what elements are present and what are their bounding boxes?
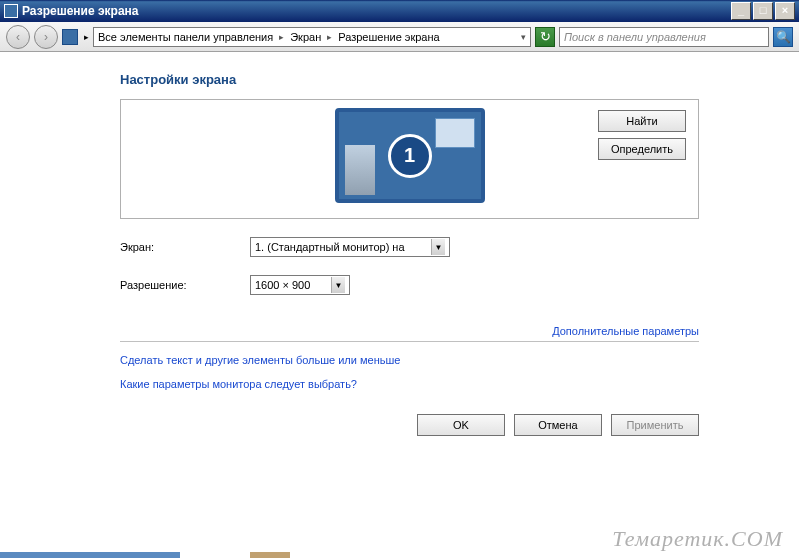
monitor-help-link[interactable]: Какие параметры монитора следует выбрать…: [120, 378, 699, 390]
display-dropdown[interactable]: 1. (Стандартный монитор) на ▼: [250, 237, 450, 257]
display-value: 1. (Стандартный монитор) на: [255, 241, 405, 253]
resolution-label: Разрешение:: [120, 279, 250, 291]
address-bar[interactable]: Все элементы панели управления ▸ Экран ▸…: [93, 27, 531, 47]
window-title: Разрешение экрана: [22, 4, 731, 18]
display-label: Экран:: [120, 241, 250, 253]
breadcrumb-dropdown-icon[interactable]: ▸: [84, 32, 89, 42]
page-heading: Настройки экрана: [120, 72, 699, 87]
toolbar: ‹ › ▸ Все элементы панели управления ▸ Э…: [0, 22, 799, 52]
maximize-button[interactable]: □: [753, 2, 773, 20]
app-icon: [4, 4, 18, 18]
ok-button[interactable]: OK: [417, 414, 505, 436]
monitor-thumbnail[interactable]: 1: [335, 108, 485, 203]
text-size-link[interactable]: Сделать текст и другие элементы больше и…: [120, 354, 699, 366]
forward-button[interactable]: ›: [34, 25, 58, 49]
breadcrumb-item[interactable]: Разрешение экрана: [338, 31, 439, 43]
breadcrumb-item[interactable]: Все элементы панели управления: [98, 31, 273, 43]
breadcrumb-item[interactable]: Экран: [290, 31, 321, 43]
back-button[interactable]: ‹: [6, 25, 30, 49]
cancel-button[interactable]: Отмена: [514, 414, 602, 436]
breadcrumb-sep-icon: ▸: [279, 32, 284, 42]
search-input[interactable]: Поиск в панели управления: [559, 27, 769, 47]
breadcrumb-sep-icon: ▸: [327, 32, 332, 42]
search-placeholder: Поиск в панели управления: [564, 31, 706, 43]
refresh-button[interactable]: ↻: [535, 27, 555, 47]
minimize-button[interactable]: _: [731, 2, 751, 20]
resolution-dropdown[interactable]: 1600 × 900 ▼: [250, 275, 350, 295]
titlebar: Разрешение экрана _ □ ×: [0, 0, 799, 22]
detect-button[interactable]: Найти: [598, 110, 686, 132]
divider: [120, 341, 699, 342]
search-button[interactable]: 🔍: [773, 27, 793, 47]
display-preview-box: 1 Найти Определить: [120, 99, 699, 219]
decoration: [250, 552, 290, 558]
path-icon: [62, 29, 78, 45]
window-controls: _ □ ×: [731, 2, 795, 20]
content-area: Настройки экрана 1 Найти Определить Экра…: [0, 52, 799, 446]
address-dropdown-icon[interactable]: ▾: [521, 32, 526, 42]
monitor-number-badge: 1: [388, 134, 432, 178]
resolution-value: 1600 × 900: [255, 279, 310, 291]
dialog-buttons: OK Отмена Применить: [120, 414, 699, 436]
decoration: [0, 552, 180, 558]
advanced-settings-link[interactable]: Дополнительные параметры: [120, 325, 699, 337]
identify-button[interactable]: Определить: [598, 138, 686, 160]
apply-button[interactable]: Применить: [611, 414, 699, 436]
watermark: Темаретик.COM: [612, 526, 783, 552]
chevron-down-icon: ▼: [431, 239, 445, 255]
close-button[interactable]: ×: [775, 2, 795, 20]
chevron-down-icon: ▼: [331, 277, 345, 293]
